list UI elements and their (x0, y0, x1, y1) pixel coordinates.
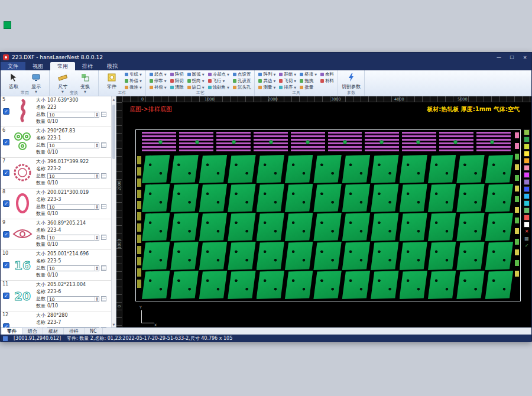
nested-bar-part[interactable] (365, 132, 399, 141)
nested-bar-part[interactable] (328, 132, 362, 141)
counter-option-icon[interactable] (101, 235, 106, 240)
ribbon-small-拖拽[interactable]: 拖拽 (299, 77, 318, 84)
scrollbar-thumb[interactable] (112, 105, 115, 159)
spinner-icon[interactable]: ▲▼ (95, 297, 99, 302)
ribbon-small-共边[interactable]: 共边▼ (257, 77, 277, 84)
color-swatch[interactable] (524, 207, 530, 213)
ribbon-small-桥接[interactable]: 桥接▼ (299, 71, 318, 77)
nested-small-part[interactable] (515, 260, 519, 266)
delete-color-icon[interactable]: ✕ (524, 229, 530, 235)
nested-part[interactable] (228, 213, 255, 241)
part-total-input[interactable]: 10▲▼ (47, 173, 99, 179)
scroll-up-icon[interactable]: ▲ (112, 98, 116, 101)
nested-gear-part[interactable] (158, 140, 163, 144)
part-total-input[interactable]: 10▲▼ (47, 112, 99, 118)
nested-gear-part[interactable] (269, 140, 273, 144)
ribbon-small-阳切[interactable]: 阳切 (169, 77, 185, 84)
part-list-item[interactable]: 5✓大小107.639*300名称223总数10▲▼数量0/10 (1, 96, 111, 127)
nested-part[interactable] (285, 271, 313, 299)
part-list-item[interactable]: 8✓大小200.021*300.019名称223-3总数10▲▼数量0/10 (1, 189, 111, 219)
menu-tab-4[interactable]: 模拟 (100, 62, 125, 70)
nested-small-part[interactable] (137, 235, 141, 243)
part-list-item[interactable]: 6✓大小290*267.83名称223-1总数10▲▼数量0/10 (1, 127, 111, 158)
part-checkbox[interactable]: ✓ (3, 231, 9, 238)
nested-bar-part[interactable] (291, 132, 325, 141)
nested-gear-part[interactable] (453, 140, 458, 144)
nested-part[interactable] (313, 155, 341, 183)
ribbon-small-拐向[interactable]: 拐向▼ (186, 77, 206, 84)
nested-part[interactable] (428, 155, 456, 183)
nested-part[interactable] (371, 271, 398, 299)
nested-part[interactable] (485, 271, 513, 299)
sheet-outline[interactable] (135, 129, 521, 301)
nested-part[interactable] (170, 271, 198, 299)
counter-option-icon[interactable] (101, 296, 106, 301)
maximize-button[interactable]: ☐ (505, 55, 518, 60)
nested-part[interactable] (170, 242, 198, 270)
nested-part[interactable] (342, 184, 370, 212)
ribbon-small-补偿[interactable]: 补偿▼ (124, 77, 143, 84)
nested-small-part[interactable] (515, 239, 519, 245)
nested-part[interactable] (142, 184, 170, 212)
menu-tab-1[interactable]: 视图 (25, 62, 50, 70)
part-checkbox[interactable]: ✓ (3, 139, 9, 145)
color-swatch[interactable] (524, 137, 530, 142)
nested-small-part[interactable] (137, 178, 141, 187)
nested-part[interactable] (428, 242, 456, 270)
nested-small-part[interactable] (515, 207, 519, 213)
nested-small-part[interactable] (137, 280, 141, 288)
part-checkbox[interactable]: ✓ (3, 108, 9, 115)
part-checkbox[interactable]: ✓ (3, 200, 9, 207)
nested-part[interactable] (228, 271, 255, 299)
ribbon-small-冷却点[interactable]: 冷却点▼ (207, 71, 231, 77)
nested-part[interactable] (371, 213, 398, 241)
nested-part[interactable] (485, 155, 513, 183)
ribbon-small-圆弧[interactable]: 圆弧▼ (186, 71, 206, 77)
color-swatch[interactable] (524, 172, 530, 178)
nested-part[interactable] (342, 213, 370, 241)
parts-scrollbar[interactable]: ▲ ▼ (111, 96, 116, 327)
part-checkbox[interactable]: ✓ (3, 262, 9, 268)
nested-part[interactable] (313, 184, 341, 212)
nested-part[interactable] (257, 271, 284, 299)
nested-bar-part[interactable] (179, 132, 213, 141)
ribbon-small-余料[interactable]: 余料 (319, 71, 335, 77)
nested-part[interactable] (342, 155, 370, 183)
nested-part[interactable] (199, 213, 227, 241)
nested-part[interactable] (142, 271, 170, 299)
ribbon-small-补料[interactable]: 补料 (319, 77, 335, 84)
counter-option-icon[interactable] (101, 265, 106, 271)
nested-small-part[interactable] (137, 167, 141, 176)
scroll-down-icon[interactable]: ▼ (112, 323, 116, 326)
counter-option-icon[interactable] (101, 112, 106, 117)
nested-part[interactable] (400, 271, 427, 299)
color-swatch[interactable] (524, 193, 530, 199)
ribbon-small-停靠[interactable]: 停靠▼ (148, 77, 168, 84)
nested-part[interactable] (199, 271, 227, 299)
nested-part[interactable] (228, 155, 255, 183)
nested-part[interactable] (257, 242, 284, 270)
nesting-canvas[interactable]: 010002000300040005000 200010000 底图->排样底图… (116, 96, 531, 327)
nested-part[interactable] (485, 184, 513, 212)
part-list-item[interactable]: 10✓16大小205.001*214.696名称223-5总数10▲▼数量0/1… (1, 250, 111, 281)
nested-small-part[interactable] (515, 196, 519, 202)
nested-part[interactable] (485, 242, 513, 270)
ribbon-small-孔设置[interactable]: 孔设置 (232, 77, 252, 84)
nested-small-part[interactable] (137, 223, 141, 232)
color-swatch[interactable] (524, 222, 530, 228)
color-swatch[interactable] (524, 186, 530, 192)
nested-part[interactable] (313, 271, 341, 299)
part-total-input[interactable]: 10▲▼ (47, 204, 99, 210)
nested-part[interactable] (228, 242, 255, 270)
nested-small-part[interactable] (137, 201, 141, 209)
ribbon-small-点设置[interactable]: 点设置 (232, 71, 252, 77)
color-swatch[interactable] (524, 144, 530, 150)
nested-gear-part[interactable] (379, 140, 384, 144)
ribbon-small-起点[interactable]: 起点▼ (148, 71, 168, 77)
spinner-icon[interactable]: ▲▼ (95, 143, 99, 148)
spinner-icon[interactable]: ▲▼ (95, 205, 99, 210)
ribbon-small-阵列[interactable]: 阵列▼ (257, 71, 277, 77)
close-button[interactable]: ✕ (518, 55, 531, 60)
ribbon-small-群组[interactable]: 群组▼ (278, 71, 297, 77)
bottom-tab-0[interactable]: 零件 (2, 328, 22, 335)
